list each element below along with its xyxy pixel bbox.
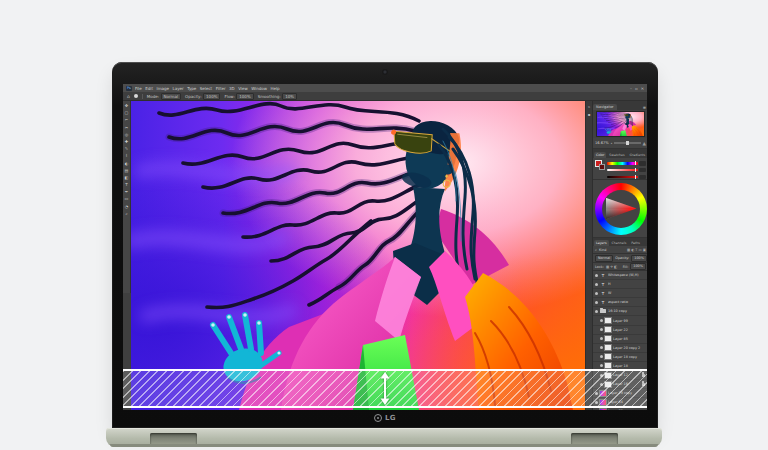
zoom-out-icon[interactable]: ▴ <box>611 141 613 145</box>
maximize-icon[interactable]: ▫ <box>635 86 638 91</box>
layer-thumbnail <box>605 363 611 368</box>
brightness-slider[interactable] <box>607 176 638 179</box>
layer-visibility-eye-icon[interactable] <box>600 328 603 331</box>
tool-button[interactable]: ▭ <box>124 196 130 202</box>
layer-row[interactable]: Layer 85 <box>593 335 647 344</box>
hue-value-box[interactable] <box>639 161 646 166</box>
layer-row[interactable]: 16:10 copy <box>593 307 647 316</box>
layer-row[interactable]: Layer 18 copy <box>593 353 647 362</box>
zoom-in-icon[interactable]: ▲ <box>643 141 646 146</box>
layers-opacity-value[interactable]: 100% <box>631 255 647 262</box>
saturation-slider[interactable] <box>607 169 638 172</box>
layer-visibility-eye-icon[interactable] <box>595 283 598 286</box>
app-logo-icon: Ps <box>126 86 132 91</box>
layer-row[interactable]: T W <box>593 289 647 298</box>
layer-visibility-eye-icon[interactable] <box>600 337 603 340</box>
menu-item[interactable]: Edit <box>145 86 153 91</box>
hue-slider[interactable] <box>607 162 638 165</box>
layer-visibility-eye-icon[interactable] <box>600 364 603 367</box>
saturation-value-box[interactable] <box>639 168 646 173</box>
dock-hand-icon[interactable]: ▪ <box>588 112 591 117</box>
expand-vertical-arrow-icon <box>379 372 391 405</box>
menu-item[interactable]: 3D <box>229 86 235 91</box>
layer-row[interactable]: T Whitespace (W,H) <box>593 271 647 280</box>
foreground-background-swatches[interactable] <box>595 160 605 172</box>
layer-row[interactable]: Layer 99 <box>593 316 647 325</box>
tool-button[interactable]: ✒ <box>124 189 130 195</box>
menu-item[interactable]: View <box>238 86 248 91</box>
blend-mode-select[interactable]: Normal <box>595 255 613 262</box>
tool-button[interactable]: ◧ <box>124 175 130 181</box>
layer-visibility-eye-icon[interactable] <box>595 310 598 313</box>
menu-item[interactable]: Filter <box>216 86 226 91</box>
tool-button[interactable]: ⌕ <box>124 211 130 217</box>
color-wheel[interactable] <box>595 183 647 235</box>
menu-item[interactable]: File <box>135 86 142 91</box>
brightness-value-box[interactable] <box>639 175 646 180</box>
menu-item[interactable]: Image <box>156 86 169 91</box>
layer-row[interactable]: T aspect ratio <box>593 298 647 307</box>
tool-button[interactable]: ◐ <box>124 161 130 167</box>
tool-button[interactable]: ◔ <box>124 204 130 210</box>
tool-button[interactable]: ✚ <box>124 139 130 145</box>
layer-name: 16:10 copy <box>608 309 646 313</box>
background-color-swatch <box>599 164 605 170</box>
navigator-zoom-value[interactable]: 16.67% <box>595 141 609 145</box>
layer-name: W <box>608 291 646 295</box>
layer-visibility-eye-icon[interactable] <box>595 301 598 304</box>
tool-button[interactable]: ▢ <box>124 110 130 116</box>
dock-collapse-icon[interactable]: « <box>588 104 590 109</box>
opacity-select[interactable]: 100% <box>203 93 220 100</box>
layer-thumbnail: T <box>600 282 606 287</box>
tool-button[interactable]: ✎ <box>124 146 130 152</box>
layer-visibility-eye-icon[interactable] <box>600 319 603 322</box>
mode-select[interactable]: Normal <box>161 93 181 100</box>
tool-button[interactable]: ▤ <box>124 168 130 174</box>
menu-item[interactable]: Layer <box>172 86 183 91</box>
layer-thumbnail <box>605 345 611 350</box>
layers-filter-row: ⌕ Kind ▦ ◐ T ▭ ▣ <box>593 246 647 254</box>
canvas[interactable] <box>131 101 585 410</box>
layers-lock-row: Lock: ▦ ✛ ◧ Fill: 100% <box>593 263 647 271</box>
smoothing-select[interactable]: 10% <box>282 93 297 100</box>
layer-filter-kind[interactable]: Kind <box>599 248 606 252</box>
tool-button[interactable]: ◎ <box>124 132 130 138</box>
menu-item[interactable]: Window <box>251 86 267 91</box>
layer-visibility-eye-icon[interactable] <box>600 355 603 358</box>
tool-button[interactable]: ⌇ <box>124 153 130 159</box>
layer-row[interactable]: Layer 20 copy 2 <box>593 344 647 353</box>
menu-item[interactable]: Help <box>270 86 279 91</box>
minimize-icon[interactable]: – <box>630 86 632 91</box>
layer-visibility-eye-icon[interactable] <box>595 274 598 277</box>
color-wheel-panel <box>593 180 647 238</box>
menu-item[interactable]: Type <box>187 86 196 91</box>
layer-row[interactable]: Layer 22 <box>593 326 647 335</box>
layer-name: aspect ratio <box>608 300 646 304</box>
tool-button[interactable]: ✂ <box>124 125 130 131</box>
home-icon[interactable]: ⌂ <box>127 94 130 99</box>
layer-thumbnail <box>600 309 606 313</box>
tool-button[interactable]: ⌐ <box>124 117 130 123</box>
lock-icons[interactable]: ▦ ✛ ◧ <box>606 265 617 269</box>
lg-logo-text: LG <box>385 413 396 423</box>
layer-visibility-eye-icon[interactable] <box>600 346 603 349</box>
tool-button[interactable]: ✥ <box>124 103 130 109</box>
tool-button[interactable]: T <box>124 182 130 188</box>
navigator-zoom-slider[interactable] <box>614 142 640 144</box>
layer-filter-icons[interactable]: ▦ ◐ T ▭ ▣ <box>627 248 646 252</box>
navigator-preview[interactable] <box>593 110 647 138</box>
flow-select[interactable]: 100% <box>236 93 253 100</box>
panel-dock-strip: « ▪ <box>585 101 592 410</box>
close-icon[interactable]: ✕ <box>641 86 644 91</box>
layer-thumbnail <box>600 409 606 410</box>
fill-value[interactable]: 100% <box>630 263 646 270</box>
layer-visibility-eye-icon[interactable] <box>595 292 598 295</box>
brush-preset-icon[interactable] <box>134 94 138 98</box>
webcam-icon <box>383 70 387 74</box>
layer-row[interactable]: T H <box>593 280 647 289</box>
smoothing-label: Smoothing: <box>258 94 281 99</box>
color-wheel-triangle[interactable] <box>606 195 637 223</box>
layer-thumbnail: T <box>600 273 606 278</box>
search-icon[interactable]: ⌕ <box>595 248 597 252</box>
menu-item[interactable]: Select <box>200 86 212 91</box>
